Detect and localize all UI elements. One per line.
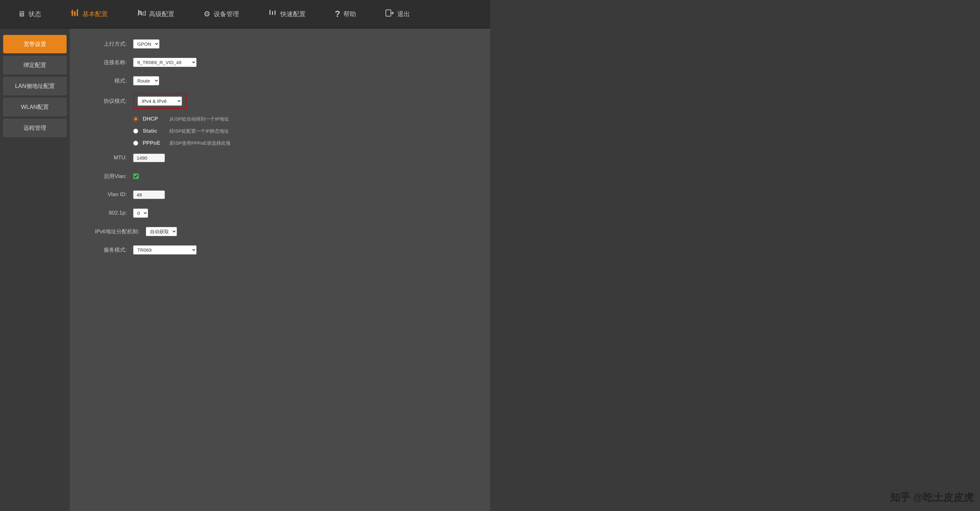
nav-device-mgmt[interactable]: ⚙ 设备管理 xyxy=(199,7,244,21)
svg-rect-6 xyxy=(138,10,139,15)
protocol-select[interactable]: IPv4 & IPv6 IPv4 Only IPv6 Only xyxy=(138,96,182,106)
nav-exit[interactable]: 退出 xyxy=(380,6,415,22)
mtu-control xyxy=(133,153,165,162)
static-desc: 经ISP处配置一个IP静态地址 xyxy=(169,128,229,134)
exit-icon xyxy=(385,9,394,19)
protocol-highlight-box: IPv4 & IPv6 IPv4 Only IPv6 Only xyxy=(133,93,186,109)
nav-basic-config[interactable]: 基本配置 xyxy=(65,6,113,22)
dhcp-desc: 从ISP处自动得到一个IP地址 xyxy=(169,116,229,122)
service-row: 服务模式: TR069 Internet VoIP xyxy=(83,244,477,256)
svg-rect-4 xyxy=(73,13,76,14)
pppoe-radio[interactable] xyxy=(133,141,138,146)
nav-help[interactable]: ? 帮助 xyxy=(330,6,361,22)
sidebar-item-remote[interactable]: 远程管理 xyxy=(3,119,67,137)
content-area: 上行方式: GPON EPON 连接名称: 9_TR069_R_VID_48 模… xyxy=(70,29,490,511)
protocol-row: 协议模式: IPv4 & IPv6 IPv4 Only IPv6 Only xyxy=(83,93,477,109)
top-navigation: 🖥 状态 基本配置 Ad 高级配置 ⚙ 设备管理 xyxy=(0,0,490,29)
ipv6-alloc-row: IPv6地址分配机制: 自动获取 DHCPv6 SLAAC xyxy=(83,226,477,237)
static-radio[interactable] xyxy=(133,129,138,134)
vlan-id-row: Vlan ID: xyxy=(83,189,477,200)
nav-basic-config-label: 基本配置 xyxy=(83,10,108,18)
nav-advanced-config-label: 高级配置 xyxy=(149,10,174,18)
help-icon: ? xyxy=(335,9,340,19)
vlan-id-label: Vlan ID: xyxy=(83,192,133,198)
mtu-label: MTU: xyxy=(83,155,133,161)
pppoe-row: PPPoE 若ISP使用PPPoE请选择此项 xyxy=(133,140,477,146)
pppoe-desc: 若ISP使用PPPoE请选择此项 xyxy=(169,140,231,146)
monitor-icon: 🖥 xyxy=(18,10,25,18)
static-label[interactable]: Static xyxy=(143,128,165,134)
nav-quick-config[interactable]: 快速配置 xyxy=(263,6,311,22)
svg-rect-10 xyxy=(275,11,275,15)
dot1p-label: 802.1p: xyxy=(83,210,133,216)
nav-status[interactable]: 🖥 状态 xyxy=(13,7,46,21)
sidebar-item-binding[interactable]: 绑定配置 xyxy=(3,56,67,74)
main-layout: 宽带设置 绑定配置 LAN侧地址配置 WLAN配置 远程管理 上行方式: GPO… xyxy=(0,29,490,511)
svg-rect-3 xyxy=(71,12,73,13)
sidebar-wlan-label: WLAN配置 xyxy=(21,104,49,110)
enable-vlan-checkbox[interactable] xyxy=(133,173,139,179)
sidebar-item-wlan[interactable]: WLAN配置 xyxy=(3,98,67,116)
nav-status-label: 状态 xyxy=(29,10,41,18)
dhcp-label[interactable]: DHCP xyxy=(143,116,165,122)
device-mgmt-icon: ⚙ xyxy=(204,10,210,18)
mode-label: 模式: xyxy=(83,77,133,85)
service-select[interactable]: TR069 Internet VoIP xyxy=(133,245,197,254)
connection-row: 连接名称: 9_TR069_R_VID_48 xyxy=(83,56,477,68)
connection-select[interactable]: 9_TR069_R_VID_48 xyxy=(133,58,197,67)
nav-quick-config-label: 快速配置 xyxy=(280,10,305,18)
upstream-label: 上行方式: xyxy=(83,40,133,48)
ipv6-alloc-select[interactable]: 自动获取 DHCPv6 SLAAC xyxy=(146,227,177,236)
protocol-label: 协议模式: xyxy=(83,97,133,105)
sidebar-lan-label: LAN侧地址配置 xyxy=(15,83,54,89)
mode-select[interactable]: Route Bridge xyxy=(133,76,159,85)
static-row: Static 经ISP处配置一个IP静态地址 xyxy=(133,128,477,134)
vlan-id-control xyxy=(133,190,165,199)
enable-vlan-label: 启用Vlan: xyxy=(83,172,133,180)
mode-control: Route Bridge xyxy=(133,76,159,85)
service-control: TR069 Internet VoIP xyxy=(133,245,197,254)
upstream-control: GPON EPON xyxy=(133,39,159,49)
ipv6-alloc-label: IPv6地址分配机制: xyxy=(83,228,146,235)
dhcp-row: DHCP 从ISP处自动得到一个IP地址 xyxy=(133,116,477,122)
svg-rect-0 xyxy=(72,10,73,16)
mode-row: 模式: Route Bridge xyxy=(83,75,477,86)
sidebar-remote-label: 远程管理 xyxy=(24,125,46,131)
sidebar: 宽带设置 绑定配置 LAN侧地址配置 WLAN配置 远程管理 xyxy=(0,29,70,511)
dot1p-row: 802.1p: 0 1 2 3 4 5 6 7 xyxy=(83,207,477,219)
upstream-row: 上行方式: GPON EPON xyxy=(83,38,477,50)
service-label: 服务模式: xyxy=(83,246,133,254)
dot1p-select[interactable]: 0 1 2 3 4 5 6 7 xyxy=(133,209,148,218)
svg-rect-7 xyxy=(141,11,142,15)
connection-label: 连接名称: xyxy=(83,59,133,66)
dhcp-radio[interactable] xyxy=(133,117,138,121)
quick-config-icon xyxy=(268,9,277,19)
sidebar-binding-label: 绑定配置 xyxy=(24,62,46,68)
nav-help-label: 帮助 xyxy=(344,10,356,18)
svg-rect-2 xyxy=(77,9,78,16)
enable-vlan-row: 启用Vlan: xyxy=(83,171,477,182)
protocol-control: IPv4 & IPv6 IPv4 Only IPv6 Only xyxy=(133,93,186,109)
ipv6-alloc-control: 自动获取 DHCPv6 SLAAC xyxy=(146,227,177,236)
mtu-row: MTU: xyxy=(83,152,477,163)
enable-vlan-control xyxy=(133,173,139,179)
upstream-select[interactable]: GPON EPON xyxy=(133,39,159,49)
svg-rect-9 xyxy=(272,11,273,15)
basic-config-icon xyxy=(70,9,79,19)
connection-control: 9_TR069_R_VID_48 xyxy=(133,58,197,67)
vlan-id-input[interactable] xyxy=(133,190,165,199)
dot1p-control: 0 1 2 3 4 5 6 7 xyxy=(133,209,148,218)
svg-rect-11 xyxy=(386,10,391,16)
pppoe-label[interactable]: PPPoE xyxy=(143,140,165,146)
sidebar-broadband-label: 宽带设置 xyxy=(24,41,46,47)
mtu-input[interactable] xyxy=(133,153,165,162)
sidebar-item-lan[interactable]: LAN侧地址配置 xyxy=(3,77,67,95)
nav-device-mgmt-label: 设备管理 xyxy=(214,10,239,18)
advanced-config-icon: Ad xyxy=(137,9,146,19)
svg-rect-8 xyxy=(269,10,270,15)
nav-advanced-config[interactable]: Ad 高级配置 xyxy=(132,6,180,22)
nav-exit-label: 退出 xyxy=(397,10,410,18)
sidebar-item-broadband[interactable]: 宽带设置 xyxy=(3,35,67,53)
